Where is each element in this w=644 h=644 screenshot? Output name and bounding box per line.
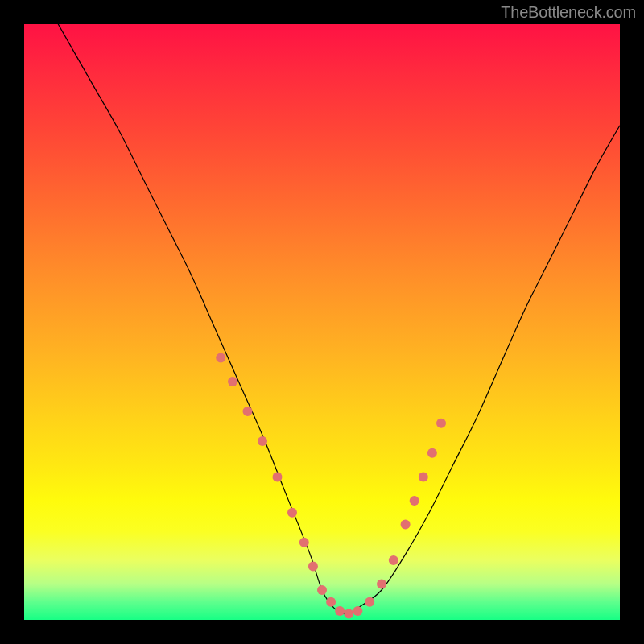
marker-dot xyxy=(427,448,437,458)
marker-dot xyxy=(344,609,353,619)
plot-area xyxy=(24,24,620,620)
marker-dots xyxy=(216,353,446,618)
marker-dot xyxy=(243,407,253,416)
marker-dot xyxy=(216,353,225,362)
marker-dot xyxy=(377,580,386,589)
marker-dot xyxy=(410,496,419,506)
watermark-label: TheBottleneck.com xyxy=(501,3,636,22)
bottleneck-curve xyxy=(24,24,620,614)
marker-dot xyxy=(258,436,267,446)
marker-dot xyxy=(299,538,309,547)
marker-dot xyxy=(436,419,446,428)
marker-dot xyxy=(401,520,411,530)
marker-dot xyxy=(335,606,345,616)
marker-dot xyxy=(317,585,327,595)
marker-dot xyxy=(365,597,374,607)
marker-dot xyxy=(389,555,398,565)
marker-dot xyxy=(419,472,428,481)
marker-dot xyxy=(308,561,318,571)
marker-dot xyxy=(326,597,336,607)
marker-dot xyxy=(287,508,297,518)
marker-dot xyxy=(228,377,237,386)
marker-dot xyxy=(273,472,283,481)
chart-frame: TheBottleneck.com xyxy=(0,0,644,644)
chart-svg xyxy=(24,24,620,620)
marker-dot xyxy=(353,606,362,616)
